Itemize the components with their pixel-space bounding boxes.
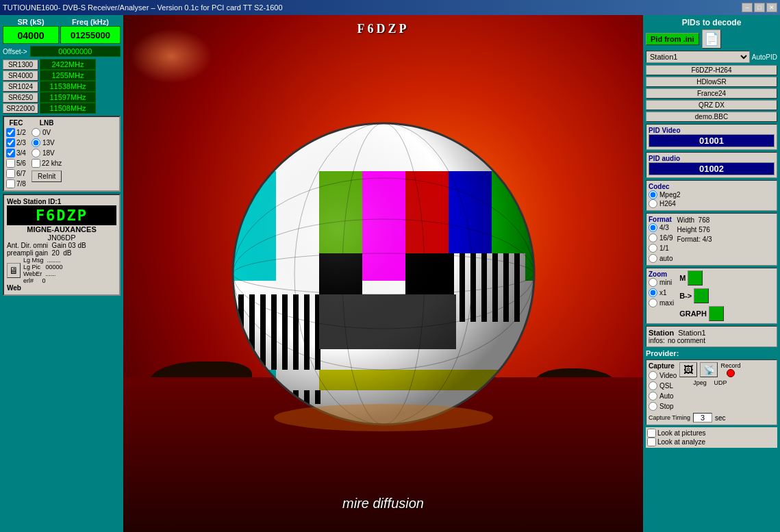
pid-from-ini-button[interactable]: Pid from .ini [646,33,699,45]
cloud-decoration [130,29,212,84]
station-france24-btn[interactable]: France24 [646,88,777,99]
b-row: B-> [679,288,709,303]
station-buttons: F6DZP-H264 HDlowSR France24 QRZ DX demo.… [646,65,777,122]
station-qrzdx-btn[interactable]: QRZ DX [646,100,777,110]
codec-radio-mpeg2[interactable] [649,190,657,199]
capture-section: Capture Video QSL Auto Stop [646,359,777,425]
fec-78: 7/8 [6,179,26,188]
fec-34: 3/4 [6,149,26,157]
fec-67: 6/7 [6,169,26,178]
record-col: Record [720,362,740,377]
lnb-checkbox-22khz[interactable] [32,159,40,168]
format-section: Format 4/3 16/9 1/1 auto [646,213,777,266]
reinit-button[interactable]: ReInit [32,170,62,182]
fec-12: 1/2 [6,128,26,137]
udp-icon[interactable]: 📡 [700,362,718,377]
zoom-radio-maxi[interactable] [649,299,657,307]
fec-23: 2/3 [6,138,26,147]
b-button[interactable] [694,288,709,303]
b-label: B-> [679,292,692,300]
preset-sr-1[interactable]: SR4000 [3,71,38,81]
web-station-title: Web Station ID:1 [7,198,116,205]
fec-checkbox-67[interactable] [6,169,15,178]
capture-radio-auto[interactable] [649,392,657,401]
pid-row: Pid from .ini 📄 [646,29,777,49]
preset-sr-2[interactable]: SR1024 [3,81,38,92]
freq-label: Freq (kHz) [72,18,109,26]
fec-checkbox-56[interactable] [6,159,15,168]
format-11: 1/1 [649,244,672,253]
preset-sr-3[interactable]: SR6250 [3,92,38,103]
station-select[interactable]: Station1 F6DZP-H264 HDlowSR France24 QRZ… [646,51,750,63]
udp-label: UDP [712,379,729,386]
svg-point-50 [233,123,534,425]
codec-radio-h264[interactable] [649,199,657,208]
look-pictures-checkbox[interactable] [647,429,656,438]
fec-checkbox-23[interactable] [6,138,15,147]
lg-msg-label: Lg Msg ........ [23,257,63,264]
sr-value[interactable]: 04000 [3,26,59,44]
freq-col: Freq (kHz) 01255000 [60,18,121,44]
lg-msg-row: 🖥 Lg Msg ........ Lg Pic 00000 WebEr ...… [7,257,116,284]
station-demobbc-btn[interactable]: demo.BBC [646,112,777,122]
capture-radio-video[interactable] [649,371,657,380]
capture-radio-qsl[interactable] [649,381,657,390]
format-radio-11[interactable] [649,244,657,253]
offset-row: Offset-> 00000000 [3,46,121,57]
mbgraph-buttons: M B-> GRAPH [679,270,724,321]
format-left: Format 4/3 16/9 1/1 auto [649,216,672,263]
capture-radio-stop[interactable] [649,402,657,411]
preset-sr-0[interactable]: SR1300 [3,60,38,70]
infos-row: infos: no comment [649,337,775,344]
freq-value[interactable]: 01255000 [60,26,121,44]
zoom-label: Zoom [649,270,674,278]
preset-freq-0: 2422MHz [40,59,96,70]
fec-checkbox-78[interactable] [6,179,15,188]
minimize-button[interactable]: – [742,3,753,12]
ant-info: Ant. Dir. omni Gain 03 dB [7,242,116,249]
zoom-radios: mini x1 maxi [649,278,674,307]
lnb-radio-18v[interactable] [32,149,40,157]
lnb-radio-0v[interactable] [32,128,40,137]
look-pictures-label: Look at pictures [657,429,706,437]
callsign-display: F6DZP [7,205,116,225]
sec-label: sec [715,414,726,422]
sr-freq-header: SR (kS) 04000 Freq (kHz) 01255000 [3,18,121,44]
close-button[interactable]: ✕ [766,3,777,12]
sr-label: SR (kS) [17,18,44,26]
timing-input[interactable] [693,413,712,422]
file-icon[interactable]: 📄 [702,29,721,49]
look-analyze-checkbox[interactable] [647,438,656,446]
capture-qsl: QSL [649,381,677,390]
codec-h264: H264 [649,199,775,208]
pid-video-label: PID Video [649,127,775,134]
fec-lnb-box: FEC 1/2 2/3 3/4 5/6 6/7 7/8 [3,116,121,192]
capture-icons-col: 🖼 📡 Record Jpeg UDP [679,362,740,411]
fec-checkbox-12[interactable] [6,128,15,137]
preamp-info: preampli gain 20 dB [7,249,116,257]
offset-value[interactable]: 00000000 [30,46,121,57]
right-panel: PIDs to decode Pid from .ini 📄 Station1 … [643,15,780,532]
station-f6dzp-btn[interactable]: F6DZP-H264 [646,65,777,75]
zoom-left: Zoom mini x1 maxi [649,270,674,321]
sr-col: SR (kS) 04000 [3,18,59,44]
callsign-overlay: F6DZP [357,22,410,36]
fec-checkbox-34[interactable] [6,149,15,157]
zoom-radio-x1[interactable] [649,288,657,297]
station-hdlowsr-btn[interactable]: HDlowSR [646,77,777,87]
jpeg-icon[interactable]: 🖼 [679,362,697,377]
graph-button[interactable] [709,306,724,321]
zoom-radio-mini[interactable] [649,278,657,287]
maximize-button[interactable]: □ [754,3,765,12]
preset-sr-4[interactable]: SR22000 [3,103,38,114]
station-locator: JN06DP [7,233,116,242]
format-radio-43[interactable] [649,223,657,232]
preset-freq-1: 1255MHz [40,70,96,81]
capture-stop: Stop [649,402,677,411]
m-button[interactable] [688,270,703,286]
offset-label: Offset-> [3,48,27,55]
globe-bottom-text: mire diffusion [342,496,424,511]
format-radio-169[interactable] [649,233,657,242]
format-radio-auto[interactable] [649,254,657,263]
lnb-radio-13v[interactable] [32,138,40,147]
